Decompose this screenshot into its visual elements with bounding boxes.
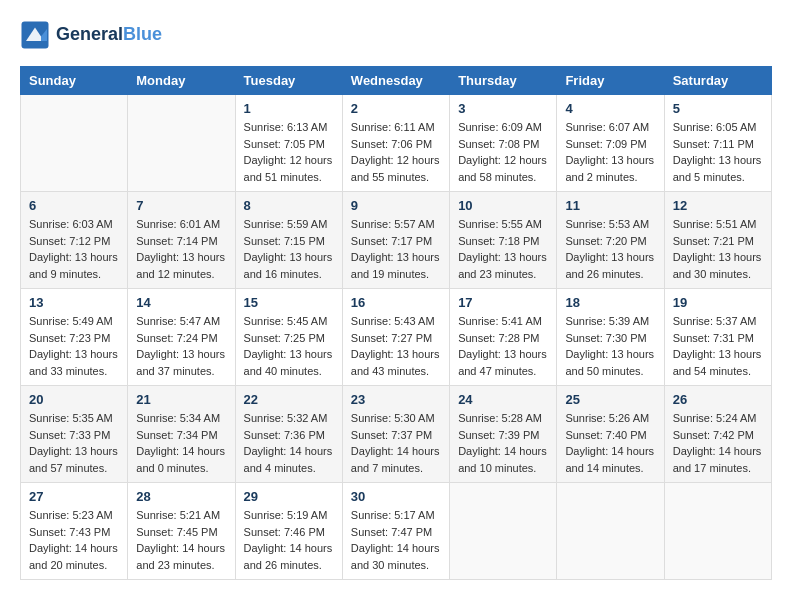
calendar-cell: 5Sunrise: 6:05 AMSunset: 7:11 PMDaylight… xyxy=(664,95,771,192)
calendar-cell: 1Sunrise: 6:13 AMSunset: 7:05 PMDaylight… xyxy=(235,95,342,192)
day-info-text: Daylight: 14 hours and 30 minutes. xyxy=(351,540,441,573)
day-info-text: Sunset: 7:33 PM xyxy=(29,427,119,444)
day-info-text: Daylight: 12 hours and 55 minutes. xyxy=(351,152,441,185)
day-info-text: Daylight: 14 hours and 10 minutes. xyxy=(458,443,548,476)
calendar-cell xyxy=(557,483,664,580)
day-number: 20 xyxy=(29,392,119,407)
day-info-text: Daylight: 13 hours and 26 minutes. xyxy=(565,249,655,282)
day-info-text: Sunset: 7:25 PM xyxy=(244,330,334,347)
day-number: 14 xyxy=(136,295,226,310)
day-info-text: Sunrise: 6:01 AM xyxy=(136,216,226,233)
day-info-text: Daylight: 14 hours and 23 minutes. xyxy=(136,540,226,573)
day-number: 2 xyxy=(351,101,441,116)
day-info-text: Sunrise: 5:59 AM xyxy=(244,216,334,233)
day-info-text: Sunset: 7:37 PM xyxy=(351,427,441,444)
day-number: 15 xyxy=(244,295,334,310)
logo-icon xyxy=(20,20,50,50)
day-number: 12 xyxy=(673,198,763,213)
logo-text: GeneralBlue xyxy=(56,25,162,45)
calendar-table: SundayMondayTuesdayWednesdayThursdayFrid… xyxy=(20,66,772,580)
calendar-body: 1Sunrise: 6:13 AMSunset: 7:05 PMDaylight… xyxy=(21,95,772,580)
day-info-text: Daylight: 13 hours and 57 minutes. xyxy=(29,443,119,476)
day-info-text: Sunset: 7:12 PM xyxy=(29,233,119,250)
week-row-3: 13Sunrise: 5:49 AMSunset: 7:23 PMDayligh… xyxy=(21,289,772,386)
day-number: 22 xyxy=(244,392,334,407)
calendar-cell: 7Sunrise: 6:01 AMSunset: 7:14 PMDaylight… xyxy=(128,192,235,289)
calendar-cell xyxy=(128,95,235,192)
day-info-text: Sunrise: 5:32 AM xyxy=(244,410,334,427)
day-number: 30 xyxy=(351,489,441,504)
day-info-text: Sunset: 7:42 PM xyxy=(673,427,763,444)
day-info-text: Daylight: 13 hours and 5 minutes. xyxy=(673,152,763,185)
column-header-monday: Monday xyxy=(128,67,235,95)
day-info-text: Sunrise: 5:21 AM xyxy=(136,507,226,524)
day-number: 5 xyxy=(673,101,763,116)
day-info-text: Sunset: 7:30 PM xyxy=(565,330,655,347)
day-info-text: Sunset: 7:47 PM xyxy=(351,524,441,541)
day-info-text: Daylight: 13 hours and 40 minutes. xyxy=(244,346,334,379)
calendar-cell: 19Sunrise: 5:37 AMSunset: 7:31 PMDayligh… xyxy=(664,289,771,386)
logo: GeneralBlue xyxy=(20,20,162,50)
day-number: 7 xyxy=(136,198,226,213)
day-info-text: Daylight: 14 hours and 20 minutes. xyxy=(29,540,119,573)
day-info-text: Sunset: 7:21 PM xyxy=(673,233,763,250)
day-info-text: Sunset: 7:39 PM xyxy=(458,427,548,444)
calendar-header-row: SundayMondayTuesdayWednesdayThursdayFrid… xyxy=(21,67,772,95)
day-info-text: Sunrise: 5:34 AM xyxy=(136,410,226,427)
day-number: 24 xyxy=(458,392,548,407)
day-info-text: Sunrise: 5:51 AM xyxy=(673,216,763,233)
day-info-text: Daylight: 14 hours and 14 minutes. xyxy=(565,443,655,476)
day-info-text: Daylight: 13 hours and 47 minutes. xyxy=(458,346,548,379)
day-info-text: Sunset: 7:08 PM xyxy=(458,136,548,153)
day-info-text: Sunrise: 5:53 AM xyxy=(565,216,655,233)
calendar-cell xyxy=(450,483,557,580)
day-info-text: Daylight: 13 hours and 2 minutes. xyxy=(565,152,655,185)
day-info-text: Sunrise: 5:35 AM xyxy=(29,410,119,427)
day-info-text: Sunset: 7:28 PM xyxy=(458,330,548,347)
day-info-text: Daylight: 13 hours and 54 minutes. xyxy=(673,346,763,379)
day-number: 9 xyxy=(351,198,441,213)
calendar-cell: 16Sunrise: 5:43 AMSunset: 7:27 PMDayligh… xyxy=(342,289,449,386)
calendar-cell: 13Sunrise: 5:49 AMSunset: 7:23 PMDayligh… xyxy=(21,289,128,386)
day-info-text: Sunset: 7:43 PM xyxy=(29,524,119,541)
day-number: 25 xyxy=(565,392,655,407)
column-header-saturday: Saturday xyxy=(664,67,771,95)
day-info-text: Sunset: 7:23 PM xyxy=(29,330,119,347)
day-number: 10 xyxy=(458,198,548,213)
day-number: 1 xyxy=(244,101,334,116)
day-info-text: Sunset: 7:17 PM xyxy=(351,233,441,250)
day-info-text: Daylight: 13 hours and 19 minutes. xyxy=(351,249,441,282)
calendar-cell: 25Sunrise: 5:26 AMSunset: 7:40 PMDayligh… xyxy=(557,386,664,483)
day-info-text: Sunset: 7:18 PM xyxy=(458,233,548,250)
day-info-text: Sunrise: 6:07 AM xyxy=(565,119,655,136)
calendar-cell: 30Sunrise: 5:17 AMSunset: 7:47 PMDayligh… xyxy=(342,483,449,580)
day-info-text: Sunrise: 5:19 AM xyxy=(244,507,334,524)
day-number: 13 xyxy=(29,295,119,310)
day-info-text: Daylight: 13 hours and 16 minutes. xyxy=(244,249,334,282)
day-info-text: Sunset: 7:09 PM xyxy=(565,136,655,153)
calendar-cell: 28Sunrise: 5:21 AMSunset: 7:45 PMDayligh… xyxy=(128,483,235,580)
day-info-text: Daylight: 14 hours and 0 minutes. xyxy=(136,443,226,476)
day-info-text: Sunrise: 5:28 AM xyxy=(458,410,548,427)
calendar-cell: 8Sunrise: 5:59 AMSunset: 7:15 PMDaylight… xyxy=(235,192,342,289)
day-number: 3 xyxy=(458,101,548,116)
calendar-cell: 10Sunrise: 5:55 AMSunset: 7:18 PMDayligh… xyxy=(450,192,557,289)
day-info-text: Sunrise: 5:49 AM xyxy=(29,313,119,330)
day-info-text: Sunrise: 5:43 AM xyxy=(351,313,441,330)
column-header-tuesday: Tuesday xyxy=(235,67,342,95)
day-number: 23 xyxy=(351,392,441,407)
day-info-text: Sunrise: 5:45 AM xyxy=(244,313,334,330)
calendar-cell xyxy=(21,95,128,192)
day-info-text: Daylight: 14 hours and 26 minutes. xyxy=(244,540,334,573)
calendar-cell: 18Sunrise: 5:39 AMSunset: 7:30 PMDayligh… xyxy=(557,289,664,386)
calendar-cell: 27Sunrise: 5:23 AMSunset: 7:43 PMDayligh… xyxy=(21,483,128,580)
day-number: 16 xyxy=(351,295,441,310)
day-info-text: Sunset: 7:24 PM xyxy=(136,330,226,347)
week-row-4: 20Sunrise: 5:35 AMSunset: 7:33 PMDayligh… xyxy=(21,386,772,483)
day-number: 19 xyxy=(673,295,763,310)
day-info-text: Sunrise: 5:26 AM xyxy=(565,410,655,427)
calendar-cell: 11Sunrise: 5:53 AMSunset: 7:20 PMDayligh… xyxy=(557,192,664,289)
calendar-cell: 14Sunrise: 5:47 AMSunset: 7:24 PMDayligh… xyxy=(128,289,235,386)
calendar-cell: 3Sunrise: 6:09 AMSunset: 7:08 PMDaylight… xyxy=(450,95,557,192)
day-number: 29 xyxy=(244,489,334,504)
